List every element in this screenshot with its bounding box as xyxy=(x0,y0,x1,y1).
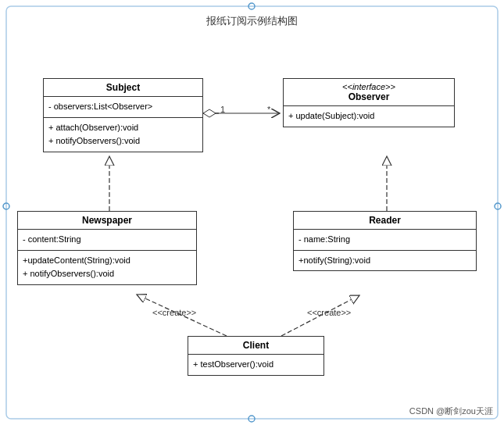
observer-methods: + update(Subject):void xyxy=(284,106,454,127)
multiplicity-star: * xyxy=(267,105,270,114)
create-right-label: <<create>> xyxy=(307,308,351,317)
observer-box: <<interface>> Observer + update(Subject)… xyxy=(283,78,455,127)
newspaper-header: Newspaper xyxy=(18,212,196,230)
client-methods: + testObserver():void xyxy=(188,355,323,375)
observer-header: <<interface>> Observer xyxy=(284,79,454,106)
subject-methods: + attach(Observer):void + notifyObserver… xyxy=(44,118,202,152)
diagram-title: 报纸订阅示例结构图 xyxy=(0,14,504,28)
reader-methods: +notify(String):void xyxy=(294,251,476,271)
multiplicity-1: 1 xyxy=(220,105,225,114)
svg-point-11 xyxy=(248,416,255,422)
create-left-label: <<create>> xyxy=(152,308,196,317)
observer-name: Observer xyxy=(288,91,449,102)
client-header: Client xyxy=(188,337,323,355)
subject-header: Subject xyxy=(44,79,202,97)
client-box: Client + testObserver():void xyxy=(188,336,324,376)
svg-marker-1 xyxy=(203,109,216,117)
watermark: CSDN @断剑zou天涯 xyxy=(409,405,493,417)
diagram-canvas: 报纸订阅示例结构图 xyxy=(0,0,504,425)
newspaper-box: Newspaper - content:String +updateConten… xyxy=(17,211,197,285)
svg-point-10 xyxy=(248,3,255,9)
observer-stereotype: <<interface>> xyxy=(288,82,449,91)
newspaper-attributes: - content:String xyxy=(18,230,196,251)
reader-box: Reader - name:String +notify(String):voi… xyxy=(293,211,477,271)
newspaper-methods: +updateContent(String):void + notifyObse… xyxy=(18,251,196,284)
reader-attributes: - name:String xyxy=(294,230,476,251)
subject-attributes: - observers:List<Observer> xyxy=(44,97,202,118)
svg-point-9 xyxy=(495,203,501,209)
reader-header: Reader xyxy=(294,212,476,230)
svg-point-8 xyxy=(3,203,9,209)
subject-box: Subject - observers:List<Observer> + att… xyxy=(43,78,203,152)
